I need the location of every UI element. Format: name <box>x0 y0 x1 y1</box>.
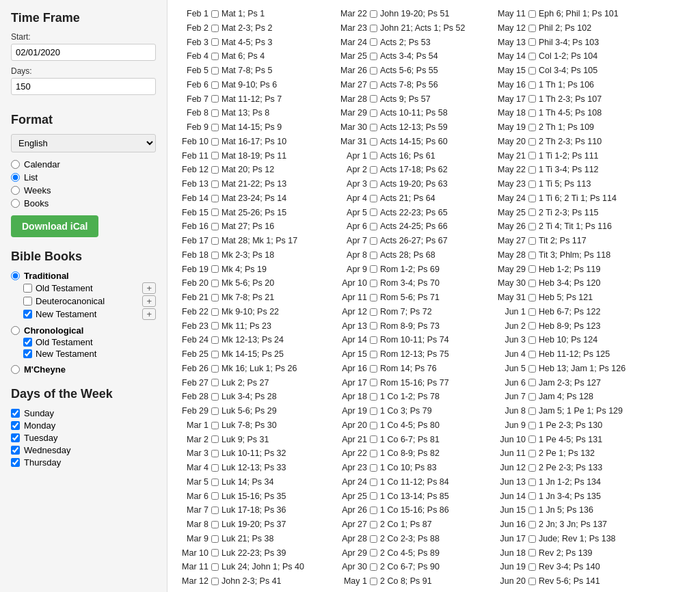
reading-checkbox[interactable] <box>370 407 377 415</box>
reading-checkbox[interactable] <box>370 393 377 401</box>
reading-checkbox[interactable] <box>370 109 377 117</box>
reading-checkbox[interactable] <box>211 379 219 386</box>
reading-checkbox[interactable] <box>528 365 536 373</box>
reading-checkbox[interactable] <box>528 166 536 174</box>
reading-checkbox[interactable] <box>211 294 219 301</box>
reading-checkbox[interactable] <box>211 81 219 89</box>
reading-checkbox[interactable] <box>528 563 536 571</box>
reading-checkbox[interactable] <box>370 336 377 344</box>
reading-checkbox[interactable] <box>370 549 377 556</box>
reading-checkbox[interactable] <box>211 195 219 202</box>
reading-checkbox[interactable] <box>370 81 377 89</box>
reading-checkbox[interactable] <box>370 308 377 316</box>
reading-checkbox[interactable] <box>211 166 219 174</box>
reading-checkbox[interactable] <box>528 138 536 146</box>
reading-checkbox[interactable] <box>528 393 536 401</box>
reading-checkbox[interactable] <box>211 521 219 528</box>
reading-checkbox[interactable] <box>528 180 536 188</box>
reading-checkbox[interactable] <box>528 67 536 75</box>
mcheyne-radio-label[interactable]: M'Cheyne <box>11 364 156 375</box>
reading-checkbox[interactable] <box>528 322 536 329</box>
reading-checkbox[interactable] <box>370 280 377 287</box>
reading-checkbox[interactable] <box>211 252 219 259</box>
days-input[interactable] <box>11 78 156 95</box>
reading-checkbox[interactable] <box>528 265 536 273</box>
reading-checkbox[interactable] <box>211 95 219 103</box>
reading-checkbox[interactable] <box>211 450 219 457</box>
reading-checkbox[interactable] <box>370 53 377 60</box>
tuesday-label[interactable]: Tuesday <box>11 433 156 443</box>
format-radio-books[interactable]: Books <box>11 198 156 208</box>
reading-checkbox[interactable] <box>211 280 219 287</box>
reading-checkbox[interactable] <box>528 435 536 443</box>
deuterocanonical-plus-button[interactable]: + <box>142 295 156 307</box>
reading-checkbox[interactable] <box>370 365 377 373</box>
reading-checkbox[interactable] <box>370 152 377 159</box>
reading-checkbox[interactable] <box>528 38 536 46</box>
download-ical-button[interactable]: Download iCal <box>11 215 98 237</box>
reading-checkbox[interactable] <box>370 379 377 386</box>
reading-checkbox[interactable] <box>528 351 536 358</box>
reading-checkbox[interactable] <box>211 563 219 571</box>
reading-checkbox[interactable] <box>528 53 536 60</box>
reading-checkbox[interactable] <box>370 265 377 273</box>
reading-checkbox[interactable] <box>370 25 377 32</box>
thursday-label[interactable]: Thursday <box>11 457 156 468</box>
wednesday-label[interactable]: Wednesday <box>11 445 156 455</box>
traditional-radio-label[interactable]: Traditional <box>11 271 156 281</box>
reading-checkbox[interactable] <box>528 10 536 18</box>
new-testament-plus-button[interactable]: + <box>142 308 156 320</box>
reading-checkbox[interactable] <box>370 138 377 146</box>
monday-label[interactable]: Monday <box>11 420 156 431</box>
reading-checkbox[interactable] <box>211 549 219 556</box>
reading-checkbox[interactable] <box>528 195 536 202</box>
reading-checkbox[interactable] <box>211 322 219 329</box>
reading-checkbox[interactable] <box>211 138 219 146</box>
reading-checkbox[interactable] <box>211 265 219 273</box>
reading-checkbox[interactable] <box>211 407 219 415</box>
reading-checkbox[interactable] <box>370 422 377 429</box>
reading-checkbox[interactable] <box>528 308 536 316</box>
reading-checkbox[interactable] <box>528 479 536 486</box>
reading-checkbox[interactable] <box>370 180 377 188</box>
reading-checkbox[interactable] <box>370 38 377 46</box>
reading-checkbox[interactable] <box>211 507 219 514</box>
reading-checkbox[interactable] <box>370 535 377 543</box>
format-radio-list[interactable]: List <box>11 172 156 183</box>
reading-checkbox[interactable] <box>528 81 536 89</box>
reading-checkbox[interactable] <box>211 124 219 131</box>
reading-checkbox[interactable] <box>528 464 536 472</box>
reading-checkbox[interactable] <box>528 124 536 131</box>
reading-checkbox[interactable] <box>211 578 219 585</box>
reading-checkbox[interactable] <box>211 365 219 373</box>
format-radio-weeks[interactable]: Weeks <box>11 185 156 196</box>
chronological-radio-label[interactable]: Chronological <box>11 325 156 336</box>
reading-checkbox[interactable] <box>211 435 219 443</box>
old-testament-plus-button[interactable]: + <box>142 282 156 294</box>
reading-checkbox[interactable] <box>528 95 536 103</box>
reading-checkbox[interactable] <box>211 180 219 188</box>
reading-checkbox[interactable] <box>370 195 377 202</box>
reading-checkbox[interactable] <box>528 450 536 457</box>
reading-checkbox[interactable] <box>528 535 536 543</box>
reading-checkbox[interactable] <box>370 166 377 174</box>
reading-checkbox[interactable] <box>211 308 219 316</box>
reading-checkbox[interactable] <box>370 322 377 329</box>
reading-checkbox[interactable] <box>211 422 219 429</box>
reading-checkbox[interactable] <box>211 38 219 46</box>
reading-checkbox[interactable] <box>528 152 536 159</box>
reading-checkbox[interactable] <box>211 223 219 230</box>
reading-checkbox[interactable] <box>370 294 377 301</box>
reading-checkbox[interactable] <box>528 407 536 415</box>
reading-checkbox[interactable] <box>370 450 377 457</box>
reading-checkbox[interactable] <box>528 507 536 514</box>
reading-checkbox[interactable] <box>211 25 219 32</box>
reading-checkbox[interactable] <box>528 208 536 216</box>
reading-checkbox[interactable] <box>528 422 536 429</box>
reading-checkbox[interactable] <box>211 535 219 543</box>
reading-checkbox[interactable] <box>211 393 219 401</box>
reading-checkbox[interactable] <box>528 25 536 32</box>
reading-checkbox[interactable] <box>528 280 536 287</box>
reading-checkbox[interactable] <box>370 252 377 259</box>
reading-checkbox[interactable] <box>528 336 536 344</box>
